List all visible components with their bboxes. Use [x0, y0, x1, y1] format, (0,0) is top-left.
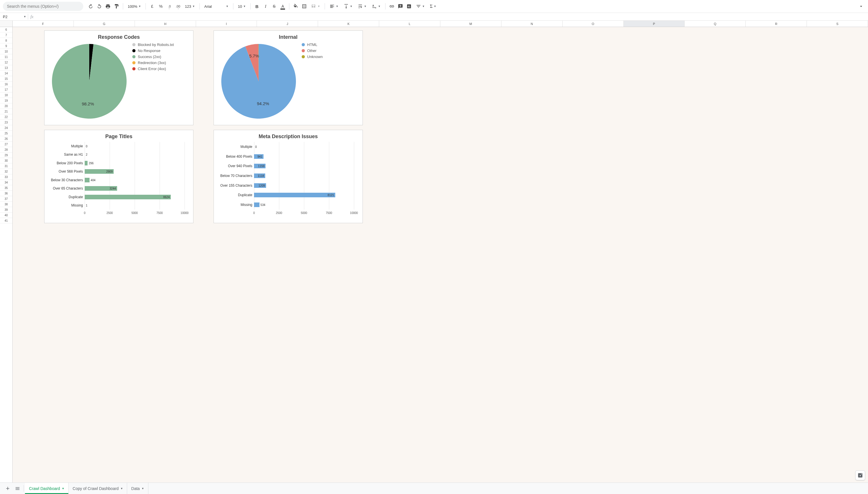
chart-page-titles[interactable]: Page Titles Multiple0Same as H12Below 20… — [44, 130, 194, 223]
column-header[interactable]: O — [563, 21, 624, 27]
row-header[interactable]: 8 — [0, 38, 12, 43]
row-header[interactable]: 37 — [0, 196, 12, 202]
currency-button[interactable]: £ — [148, 2, 156, 10]
paint-format-button[interactable] — [113, 2, 121, 10]
all-sheets-button[interactable] — [13, 484, 22, 493]
row-header[interactable]: 16 — [0, 81, 12, 87]
row-header[interactable]: 18 — [0, 93, 12, 98]
vertical-align-button[interactable]: ▼ — [341, 3, 355, 10]
column-header[interactable]: K — [318, 21, 379, 27]
legend-item: Success (2xx) — [132, 55, 174, 59]
row-header[interactable]: 22 — [0, 114, 12, 120]
undo-button[interactable] — [87, 2, 95, 10]
spreadsheet-grid[interactable]: FGHIJKLMNOPQRS 6789101112131415161718192… — [0, 21, 868, 482]
legend-item: Other — [302, 49, 323, 53]
merge-cells-button[interactable]: ▼ — [309, 3, 322, 10]
chart-internal[interactable]: Internal 94.2%5.7% HTMLOtherUnknown — [214, 31, 363, 125]
column-header[interactable]: S — [807, 21, 868, 27]
font-dropdown[interactable]: Arial▼ — [202, 3, 231, 10]
column-headers[interactable]: FGHIJKLMNOPQRS — [0, 21, 868, 27]
bold-button[interactable]: B — [253, 2, 261, 10]
row-header[interactable]: 23 — [0, 120, 12, 125]
column-header[interactable]: I — [196, 21, 257, 27]
chart-meta-description[interactable]: Meta Description Issues Multiple0Below 4… — [214, 130, 363, 223]
insert-comment-button[interactable] — [396, 2, 405, 10]
row-headers[interactable]: 6789101112131415161718192021222324252627… — [0, 27, 13, 482]
row-header[interactable]: 27 — [0, 141, 12, 147]
percent-button[interactable]: % — [157, 2, 165, 10]
row-header[interactable]: 31 — [0, 164, 12, 169]
row-header[interactable]: 28 — [0, 147, 12, 152]
insert-chart-button[interactable] — [405, 2, 413, 10]
fill-color-button[interactable] — [292, 2, 300, 10]
italic-button[interactable]: I — [261, 2, 270, 10]
decrease-decimal-button[interactable]: .0← — [165, 2, 173, 10]
row-header[interactable]: 11 — [0, 54, 12, 60]
row-header[interactable]: 40 — [0, 212, 12, 218]
add-sheet-button[interactable]: + — [3, 484, 13, 493]
toolbar-more-button[interactable] — [857, 2, 865, 10]
column-header[interactable]: N — [501, 21, 563, 27]
row-header[interactable]: 36 — [0, 191, 12, 196]
column-header[interactable]: H — [135, 21, 196, 27]
row-header[interactable]: 29 — [0, 152, 12, 158]
column-header[interactable]: Q — [685, 21, 746, 27]
number-format-dropdown[interactable]: 123▼ — [182, 3, 197, 10]
row-header[interactable]: 35 — [0, 185, 12, 191]
row-header[interactable]: 24 — [0, 125, 12, 131]
row-header[interactable]: 15 — [0, 76, 12, 81]
row-header[interactable]: 26 — [0, 136, 12, 141]
text-color-button[interactable]: A — [279, 2, 287, 10]
column-header[interactable]: L — [379, 21, 440, 27]
sheet-tab[interactable]: Crawl Dashboard▼ — [25, 483, 68, 494]
filter-button[interactable]: ▼ — [414, 3, 427, 10]
row-header[interactable]: 12 — [0, 60, 12, 65]
row-header[interactable]: 17 — [0, 87, 12, 93]
font-size-dropdown[interactable]: 10▼ — [236, 3, 248, 10]
horizontal-align-button[interactable]: ▼ — [327, 3, 341, 10]
row-header[interactable]: 32 — [0, 169, 12, 174]
name-box-dropdown[interactable]: ▼ — [22, 15, 28, 18]
sheet-tab[interactable]: Copy of Crawl Dashboard▼ — [68, 483, 127, 494]
row-header[interactable]: 19 — [0, 98, 12, 103]
row-header[interactable]: 39 — [0, 207, 12, 212]
column-header[interactable]: M — [440, 21, 501, 27]
explore-button[interactable] — [855, 471, 865, 480]
bar-chart: Multiple0Below 400 Pixels941Over 940 Pix… — [220, 142, 357, 216]
row-header[interactable]: 9 — [0, 43, 12, 49]
borders-button[interactable] — [300, 2, 308, 10]
row-header[interactable]: 25 — [0, 131, 12, 136]
sheet-tab[interactable]: Data▼ — [127, 483, 149, 494]
row-header[interactable]: 14 — [0, 71, 12, 76]
row-header[interactable]: 13 — [0, 65, 12, 71]
row-header[interactable]: 10 — [0, 49, 12, 54]
column-header[interactable]: P — [624, 21, 685, 27]
increase-decimal-button[interactable]: .00→ — [174, 2, 182, 10]
print-button[interactable] — [104, 2, 112, 10]
column-header[interactable]: R — [746, 21, 807, 27]
text-wrap-button[interactable]: ▼ — [355, 3, 369, 10]
row-header[interactable]: 30 — [0, 158, 12, 164]
column-header[interactable]: G — [74, 21, 135, 27]
zoom-dropdown[interactable]: 100%▼ — [125, 3, 143, 10]
chart-response-codes[interactable]: Response Codes 98.2% Blocked by Robots.t… — [44, 31, 194, 125]
column-header[interactable]: J — [257, 21, 318, 27]
row-header[interactable]: 7 — [0, 33, 12, 38]
strikethrough-button[interactable]: S — [270, 2, 278, 10]
text-rotation-button[interactable]: ▼ — [370, 3, 383, 10]
redo-button[interactable] — [95, 2, 103, 10]
row-header[interactable]: 20 — [0, 103, 12, 109]
functions-button[interactable]: Σ▼ — [428, 3, 439, 10]
search-input[interactable] — [3, 2, 83, 11]
row-header[interactable]: 38 — [0, 202, 12, 207]
row-header[interactable]: 21 — [0, 109, 12, 114]
select-all-corner[interactable] — [0, 21, 13, 27]
insert-link-button[interactable] — [388, 2, 396, 10]
row-header[interactable]: 33 — [0, 174, 12, 180]
row-header[interactable]: 34 — [0, 180, 12, 185]
column-header[interactable]: F — [13, 21, 74, 27]
name-box[interactable] — [2, 14, 22, 20]
row-header[interactable]: 41 — [0, 218, 12, 224]
row-header[interactable]: 6 — [0, 27, 12, 33]
formula-input[interactable] — [36, 14, 866, 20]
